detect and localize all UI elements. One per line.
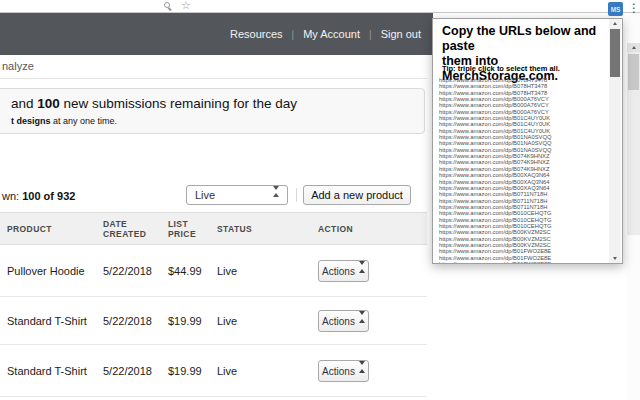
merchstorage-popup: Copy the URLs below and paste them into … — [432, 18, 623, 264]
submissions-notice: and 100 new submissions remaining for th… — [0, 88, 425, 134]
notice-submissions-count: 100 — [37, 96, 60, 111]
url-list-textarea[interactable]: https://www.amazon.com/dp/B078HT3478http… — [439, 77, 609, 263]
product-name: Pullover Hoodie — [7, 245, 102, 296]
status-value: Live — [217, 345, 277, 396]
column-header-date-created: DATE CREATED — [103, 213, 153, 244]
browser-scroll-up-button[interactable] — [627, 43, 640, 52]
actions-button[interactable]: Actions — [318, 360, 369, 382]
list-price: $19.99 — [168, 345, 213, 396]
notice-line2: t designs at any one time. — [11, 116, 117, 126]
url-line: https://www.amazon.com/dp/B01FWO2E8E — [439, 261, 609, 263]
notice-line2-bold: t designs — [11, 116, 51, 126]
shown-fragment: wn: — [2, 190, 22, 202]
down-triangle — [359, 311, 365, 315]
up-triangle — [359, 269, 365, 273]
status-filter-value: Live — [195, 189, 215, 201]
status-filter-select[interactable]: Live — [186, 185, 288, 205]
up-triangle — [273, 193, 279, 197]
scroll-down-icon — [613, 257, 617, 260]
down-triangle — [273, 186, 279, 190]
actions-button[interactable]: Actions — [318, 310, 369, 332]
subnav-tab-analyze[interactable]: nalyze — [2, 55, 34, 78]
header-separator: | — [360, 29, 381, 40]
up-triangle — [359, 319, 365, 323]
scroll-up-icon — [613, 22, 617, 25]
product-name: Standard T-Shirt — [7, 297, 102, 344]
actions-button-label: Actions — [322, 366, 355, 377]
browser-menu-icon[interactable]: ⋮ — [628, 0, 638, 16]
bookmark-star-icon[interactable]: ☆ — [181, 0, 191, 12]
table-row: Standard T-Shirt 5/22/2018 $19.99 Live A… — [0, 345, 427, 397]
screen: ☆ MS ⋮ Resources | My Account | Sign out… — [0, 0, 640, 400]
notice-line1-rest: new submissions remaining for the day — [60, 96, 297, 111]
notice-line1-start: and — [11, 96, 37, 111]
products-shown-count: wn: 100 of 932 — [2, 190, 75, 202]
actions-button[interactable]: Actions — [318, 260, 369, 282]
table-row: Pullover Hoodie 5/22/2018 $44.99 Live Ac… — [0, 245, 427, 297]
browser-chrome: ☆ — [0, 0, 640, 13]
merchstorage-extension-icon[interactable]: MS — [608, 2, 623, 16]
date-created: 5/22/2018 — [103, 297, 163, 344]
header-links: Resources | My Account | Sign out — [230, 13, 421, 55]
resources-link[interactable]: Resources — [230, 28, 283, 40]
shown-count-value: 100 of 932 — [22, 190, 75, 202]
scroll-up-button[interactable] — [609, 19, 621, 28]
date-created: 5/22/2018 — [103, 245, 163, 296]
actions-updown-icon — [359, 319, 365, 323]
status-value: Live — [217, 245, 277, 296]
browser-scrollbar-thumb[interactable] — [628, 54, 639, 90]
sign-out-link[interactable]: Sign out — [381, 28, 421, 40]
list-price: $44.99 — [168, 245, 213, 296]
column-header-action: ACTION — [318, 213, 378, 244]
zoom-icon[interactable] — [164, 2, 173, 11]
subnav: nalyze — [0, 55, 427, 79]
list-price: $19.99 — [168, 297, 213, 344]
popup-scrollbar — [609, 19, 621, 263]
popup-tip: Tip: triple click to select them all. — [442, 64, 560, 73]
popup-title: Copy the URLs below and paste them into … — [442, 24, 617, 84]
down-triangle — [359, 261, 365, 265]
scroll-down-button[interactable] — [609, 254, 621, 263]
notice-line2-rest: at any one time. — [51, 116, 118, 126]
notice-line1: and 100 new submissions remaining for th… — [11, 96, 297, 111]
magnifier-handle — [168, 7, 172, 11]
up-triangle — [359, 369, 365, 373]
column-header-product: PRODUCT — [7, 213, 97, 244]
my-account-link[interactable]: My Account — [303, 28, 360, 40]
select-updown-icon — [273, 193, 279, 197]
column-header-list-price: LIST PRICE — [168, 213, 204, 244]
add-new-product-button[interactable]: Add a new product — [303, 185, 411, 205]
table-row: Standard T-Shirt 5/22/2018 $19.99 Live A… — [0, 297, 427, 345]
scroll-up-icon — [632, 46, 636, 49]
browser-scrollbar — [627, 13, 640, 400]
date-created: 5/22/2018 — [103, 345, 163, 396]
controls-divider — [296, 188, 297, 202]
products-table: PRODUCT DATE CREATED LIST PRICE STATUS A… — [0, 212, 427, 397]
popup-scrollbar-thumb[interactable] — [610, 29, 620, 77]
product-name: Standard T-Shirt — [7, 345, 102, 396]
column-header-status: STATUS — [217, 213, 277, 244]
site-header: Resources | My Account | Sign out — [0, 13, 433, 55]
table-header: PRODUCT DATE CREATED LIST PRICE STATUS A… — [0, 212, 427, 245]
down-triangle — [359, 361, 365, 365]
actions-updown-icon — [359, 269, 365, 273]
header-separator: | — [283, 29, 304, 40]
actions-button-label: Actions — [322, 316, 355, 327]
actions-updown-icon — [359, 369, 365, 373]
actions-button-label: Actions — [322, 266, 355, 277]
status-value: Live — [217, 297, 277, 344]
